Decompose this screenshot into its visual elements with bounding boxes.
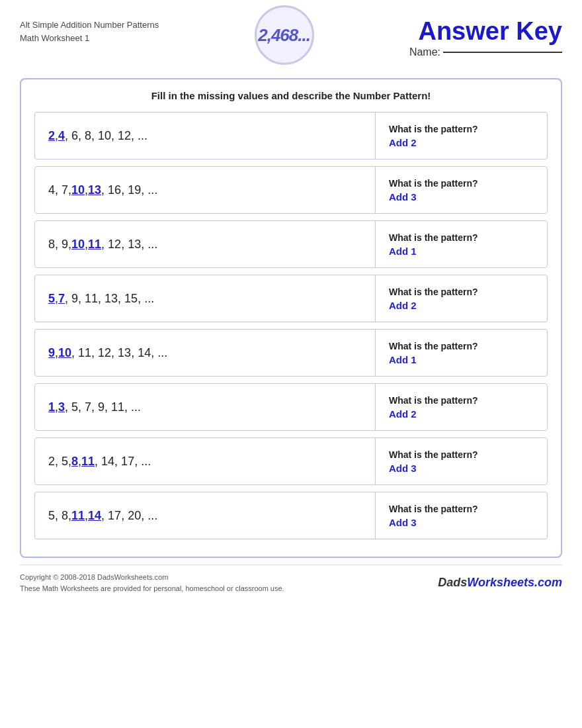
instruction: Fill in the missing values and describe …: [34, 90, 548, 101]
pattern-question: What is the pattern?: [389, 395, 534, 406]
pattern-answer: Add 2: [389, 300, 534, 311]
problems-container: 2 , 4 , 6, 8, 10, 12, ...What is the pat…: [34, 112, 548, 539]
pattern-answer: Add 3: [389, 517, 534, 528]
problem-answer-8: What is the pattern?Add 3: [375, 492, 547, 539]
answer-number: 2: [48, 129, 55, 143]
answer-number: 7: [58, 292, 65, 306]
answer-number: 9: [48, 346, 55, 360]
sequence-text: , 14, 17, ...: [95, 455, 151, 469]
pattern-question: What is the pattern?: [389, 341, 534, 351]
answer-number: 5: [48, 292, 55, 306]
footer-left: Copyright © 2008-2018 DadsWorksheets.com…: [20, 572, 284, 594]
answer-number: 8: [71, 455, 78, 469]
problem-answer-2: What is the pattern?Add 3: [375, 167, 547, 213]
sequence-text: , 9, 11, 13, 15, ...: [65, 292, 154, 306]
sequence-text: 8, 9,: [48, 238, 71, 251]
pattern-question: What is the pattern?: [389, 449, 534, 460]
footer-brand-dads: Dads: [438, 576, 467, 589]
sequence-text: , 5, 7, 9, 11, ...: [65, 400, 141, 414]
pattern-question: What is the pattern?: [389, 232, 534, 243]
problem-row-6: 1 , 3 , 5, 7, 9, 11, ...What is the patt…: [34, 383, 548, 431]
pattern-question: What is the pattern?: [389, 287, 534, 297]
header-center: 2,468...: [255, 5, 314, 65]
problem-sequence-1: 2 , 4 , 6, 8, 10, 12, ...: [35, 120, 375, 152]
answer-number: 11: [81, 455, 95, 469]
answer-number: 14: [88, 509, 101, 523]
problem-sequence-2: 4, 7, 10 , 13 , 16, 19, ...: [35, 174, 375, 206]
pattern-answer: Add 1: [389, 246, 534, 257]
answer-key-label: Answer Key: [418, 19, 562, 44]
problem-row-5: 9 , 10 , 11, 12, 13, 14, ...What is the …: [34, 329, 548, 377]
problem-answer-1: What is the pattern?Add 2: [375, 113, 547, 159]
problem-sequence-6: 1 , 3 , 5, 7, 9, 11, ...: [35, 391, 375, 424]
sequence-text: 4, 7,: [48, 183, 71, 197]
name-underline: [443, 52, 562, 53]
header-right: Answer Key Name:: [409, 12, 562, 58]
problem-row-3: 8, 9, 10 , 11 , 12, 13, ...What is the p…: [34, 220, 548, 268]
problem-sequence-7: 2, 5, 8 , 11 , 14, 17, ...: [35, 445, 375, 478]
sequence-text: , 12, 13, ...: [101, 238, 157, 251]
sequence-text: , 6, 8, 10, 12, ...: [65, 129, 147, 143]
sequence-text: , 17, 20, ...: [101, 509, 157, 523]
answer-number: 4: [58, 129, 65, 143]
footer: Copyright © 2008-2018 DadsWorksheets.com…: [20, 565, 562, 600]
pattern-answer: Add 2: [389, 408, 534, 420]
problem-sequence-5: 9 , 10 , 11, 12, 13, 14, ...: [35, 337, 375, 369]
problem-row-8: 5, 8, 11 , 14 , 17, 20, ...What is the p…: [34, 492, 548, 539]
pattern-answer: Add 3: [389, 463, 534, 474]
pattern-answer: Add 2: [389, 137, 534, 148]
sequence-text: 5, 8,: [48, 509, 71, 523]
answer-number: 13: [88, 183, 101, 197]
name-line: Name:: [409, 46, 562, 58]
header: Alt Simple Addition Number Patterns Math…: [0, 0, 582, 65]
sequence-text: , 16, 19, ...: [101, 183, 157, 197]
problem-row-4: 5 , 7 , 9, 11, 13, 15, ...What is the pa…: [34, 275, 548, 322]
footer-copyright: Copyright © 2008-2018 DadsWorksheets.com: [20, 572, 284, 583]
sequence-text: 2, 5,: [48, 455, 71, 469]
title-line2: Math Worksheet 1: [20, 32, 159, 45]
pattern-question: What is the pattern?: [389, 178, 534, 189]
problem-answer-6: What is the pattern?Add 2: [375, 384, 547, 430]
pattern-answer: Add 3: [389, 191, 534, 203]
logo-circle: 2,468...: [255, 5, 314, 65]
page: Alt Simple Addition Number Patterns Math…: [0, 0, 582, 728]
problem-row-7: 2, 5, 8 , 11 , 14, 17, ...What is the pa…: [34, 437, 548, 485]
answer-number: 10: [71, 238, 85, 251]
answer-number: 3: [58, 400, 65, 414]
footer-brand-worksheets: Worksheets.com: [467, 576, 562, 589]
name-label: Name:: [409, 46, 440, 58]
header-left: Alt Simple Addition Number Patterns Math…: [20, 12, 159, 44]
pattern-question: What is the pattern?: [389, 504, 534, 514]
answer-number: 1: [48, 400, 55, 414]
problem-answer-5: What is the pattern?Add 1: [375, 330, 547, 376]
problem-answer-4: What is the pattern?Add 2: [375, 275, 547, 322]
problem-row-2: 4, 7, 10 , 13 , 16, 19, ...What is the p…: [34, 166, 548, 214]
problem-sequence-3: 8, 9, 10 , 11 , 12, 13, ...: [35, 228, 375, 261]
answer-number: 11: [71, 509, 85, 523]
pattern-question: What is the pattern?: [389, 124, 534, 134]
answer-number: 10: [58, 346, 71, 360]
problem-answer-3: What is the pattern?Add 1: [375, 221, 547, 267]
answer-number: 10: [71, 183, 85, 197]
footer-brand: DadsWorksheets.com: [438, 576, 562, 590]
problem-answer-7: What is the pattern?Add 3: [375, 438, 547, 484]
footer-note: These Math Worksheets are provided for p…: [20, 583, 284, 594]
logo-text: 2,468...: [258, 25, 310, 46]
problem-sequence-8: 5, 8, 11 , 14 , 17, 20, ...: [35, 500, 375, 532]
problem-sequence-4: 5 , 7 , 9, 11, 13, 15, ...: [35, 283, 375, 315]
answer-number: 11: [88, 238, 101, 251]
sequence-text: , 11, 12, 13, 14, ...: [71, 346, 167, 360]
problem-row-1: 2 , 4 , 6, 8, 10, 12, ...What is the pat…: [34, 112, 548, 159]
main-box: Fill in the missing values and describe …: [20, 78, 562, 558]
pattern-answer: Add 1: [389, 354, 534, 365]
title-line1: Alt Simple Addition Number Patterns: [20, 19, 159, 32]
